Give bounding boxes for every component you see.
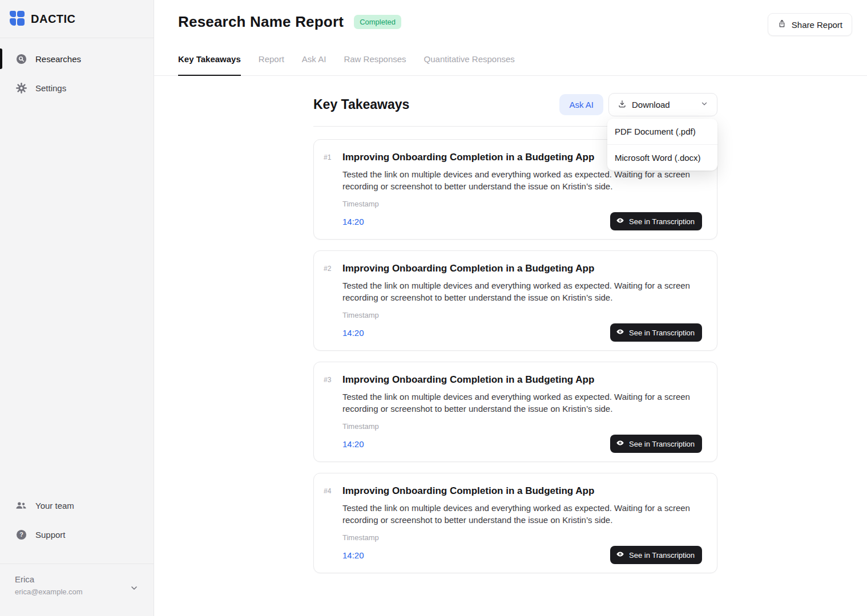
- takeaway-cards: #1Improving Onboarding Completion in a B…: [313, 139, 717, 573]
- chevron-down-icon[interactable]: [130, 583, 139, 595]
- eye-icon: [616, 327, 624, 338]
- dactic-logo-icon: [10, 11, 26, 27]
- takeaway-card: #4Improving Onboarding Completion in a B…: [313, 473, 717, 573]
- sidebar: DACTIC ResearchesSettings Your team?Supp…: [0, 0, 154, 616]
- share-icon: [777, 19, 787, 30]
- sidebar-bottom-nav: Your team?Support: [0, 495, 154, 564]
- card-content: Improving Onboarding Completion in a Bud…: [342, 485, 702, 564]
- gear-icon: [15, 82, 27, 94]
- sidebar-item-settings[interactable]: Settings: [0, 78, 154, 98]
- card-content: Improving Onboarding Completion in a Bud…: [342, 263, 702, 342]
- download-icon: [618, 99, 627, 110]
- card-title: Improving Onboarding Completion in a Bud…: [342, 485, 702, 497]
- timestamp-link[interactable]: 14:20: [342, 217, 364, 226]
- card-number: #2: [324, 263, 333, 342]
- share-report-label: Share Report: [792, 20, 842, 30]
- menu-item-pdf-document-pdf[interactable]: PDF Document (.pdf): [607, 119, 717, 144]
- card-content: Improving Onboarding Completion in a Bud…: [342, 374, 702, 453]
- card-footer: 14:20See in Transcription: [342, 323, 702, 342]
- see-in-transcription-button[interactable]: See in Transcription: [610, 212, 702, 230]
- see-in-transcription-button[interactable]: See in Transcription: [610, 323, 702, 342]
- download-button[interactable]: Download: [608, 93, 717, 116]
- ask-ai-button[interactable]: Ask AI: [559, 94, 603, 115]
- sidebar-item-label: Your team: [35, 501, 74, 510]
- timestamp-label: Timestamp: [342, 533, 702, 542]
- team-icon: [15, 500, 27, 511]
- card-number: #4: [324, 485, 333, 564]
- card-number: #1: [324, 152, 333, 230]
- card-footer: 14:20See in Transcription: [342, 212, 702, 230]
- chevron-down-icon: [700, 100, 708, 110]
- see-in-transcription-button[interactable]: See in Transcription: [610, 435, 702, 453]
- svg-text:?: ?: [19, 531, 23, 538]
- eye-icon: [616, 216, 624, 226]
- sidebar-item-support[interactable]: ?Support: [0, 524, 154, 545]
- see-in-transcription-label: See in Transcription: [629, 329, 695, 337]
- card-description: Tested the link on multiple devices and …: [342, 168, 699, 192]
- sidebar-item-label: Settings: [35, 83, 66, 93]
- download-dropdown-menu: PDF Document (.pdf)Microsoft Word (.docx…: [607, 119, 717, 171]
- see-in-transcription-label: See in Transcription: [629, 217, 695, 226]
- tab-ask-ai[interactable]: Ask AI: [302, 54, 326, 75]
- status-badge: Completed: [354, 15, 401, 29]
- download-label: Download: [632, 100, 695, 110]
- share-report-button[interactable]: Share Report: [768, 13, 852, 36]
- card-footer: 14:20See in Transcription: [342, 435, 702, 453]
- user-menu[interactable]: Erica erica@example.com: [0, 564, 154, 616]
- section-title: Key Takeaways: [313, 97, 409, 112]
- search-circle-icon: [15, 53, 27, 64]
- tab-quantitative-responses[interactable]: Quantitative Responses: [424, 54, 515, 75]
- report-tabs: Key TakeawaysReportAsk AIRaw ResponsesQu…: [154, 54, 867, 76]
- menu-item-microsoft-word-docx[interactable]: Microsoft Word (.docx): [607, 144, 717, 171]
- timestamp-label: Timestamp: [342, 422, 702, 431]
- sidebar-item-researches[interactable]: Researches: [0, 48, 154, 69]
- timestamp-label: Timestamp: [342, 311, 702, 319]
- tab-raw-responses[interactable]: Raw Responses: [344, 54, 406, 75]
- user-email: erica@example.com: [15, 587, 83, 596]
- sidebar-item-your-team[interactable]: Your team: [0, 495, 154, 516]
- timestamp-link[interactable]: 14:20: [342, 328, 364, 338]
- help-circle-icon: ?: [15, 529, 27, 540]
- card-title: Improving Onboarding Completion in a Bud…: [342, 374, 702, 386]
- see-in-transcription-label: See in Transcription: [629, 440, 695, 448]
- tab-report[interactable]: Report: [259, 54, 284, 75]
- sidebar-spacer: [0, 107, 154, 495]
- main-area: Research Name Report Completed Share Rep…: [154, 0, 867, 616]
- card-title: Improving Onboarding Completion in a Bud…: [342, 263, 702, 274]
- sidebar-item-label: Researches: [35, 54, 81, 64]
- timestamp-link[interactable]: 14:20: [342, 550, 364, 560]
- see-in-transcription-label: See in Transcription: [629, 551, 695, 560]
- tab-key-takeaways[interactable]: Key Takeaways: [178, 54, 241, 76]
- card-description: Tested the link on multiple devices and …: [342, 279, 699, 303]
- card-description: Tested the link on multiple devices and …: [342, 502, 699, 526]
- takeaway-card: #2Improving Onboarding Completion in a B…: [313, 250, 717, 351]
- user-name: Erica: [15, 574, 83, 584]
- brand-name: DACTIC: [31, 13, 76, 26]
- brand-logo: DACTIC: [0, 0, 154, 38]
- card-description: Tested the link on multiple devices and …: [342, 391, 699, 415]
- takeaway-card: #3Improving Onboarding Completion in a B…: [313, 362, 717, 462]
- card-number: #3: [324, 374, 333, 453]
- see-in-transcription-button[interactable]: See in Transcription: [610, 546, 702, 564]
- sidebar-item-label: Support: [35, 530, 66, 540]
- page-title: Research Name Report: [178, 13, 344, 31]
- card-footer: 14:20See in Transcription: [342, 546, 702, 564]
- timestamp-link[interactable]: 14:20: [342, 439, 364, 449]
- timestamp-label: Timestamp: [342, 200, 702, 208]
- eye-icon: [616, 439, 624, 449]
- eye-icon: [616, 550, 624, 560]
- sidebar-nav: ResearchesSettings: [0, 38, 154, 107]
